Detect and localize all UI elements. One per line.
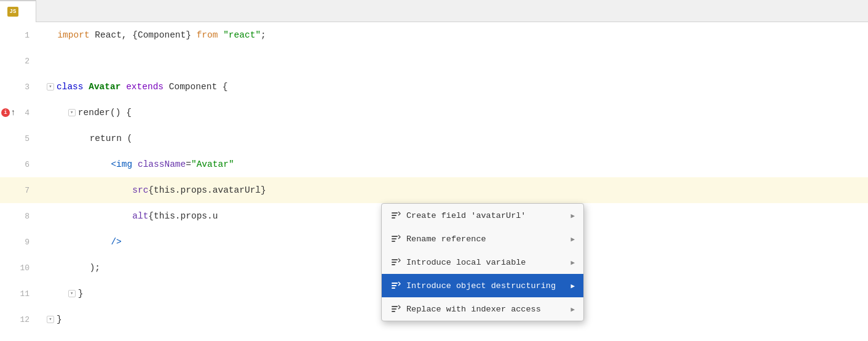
line-number-9: 9 <box>0 229 34 255</box>
code-token: render() { <box>78 100 132 126</box>
code-token: "Avatar" <box>191 151 234 177</box>
svg-rect-11 <box>392 287 395 289</box>
svg-rect-10 <box>392 285 397 286</box>
menu-item-label-2: Introduce local variable <box>406 258 566 267</box>
fold-indicator[interactable]: ▾ <box>68 290 76 297</box>
code-token: extends <box>126 74 169 100</box>
replace-icon <box>390 304 401 314</box>
svg-rect-3 <box>392 236 398 237</box>
menu-item-label-3: Introduce object destructuring <box>406 281 566 291</box>
code-line-5: return ( <box>34 126 868 151</box>
fold-indicator[interactable]: ▾ <box>47 316 54 323</box>
svg-rect-7 <box>392 262 397 263</box>
code-line-1: import React, {Component} from "react"; <box>34 22 868 48</box>
menu-item-label-1: Rename reference <box>406 235 566 244</box>
svg-rect-6 <box>392 259 398 260</box>
code-token: <img <box>111 151 138 177</box>
code-token: alt <box>132 203 148 229</box>
localvar-icon <box>390 257 401 267</box>
line-numbers-gutter: 123i↑456789101112 <box>0 22 34 341</box>
code-token: "react" <box>223 22 261 48</box>
rename-icon <box>390 234 401 244</box>
line-number-8: 8 <box>0 203 34 229</box>
menu-submenu-arrow-icon-4: ▶ <box>570 305 575 313</box>
code-token: src <box>132 177 148 203</box>
line-number-10: 10 <box>0 255 34 281</box>
code-token: {this.props.avatarUrl} <box>148 177 266 203</box>
code-line-2 <box>34 48 868 74</box>
context-menu-item-3[interactable]: Introduce object destructuring▶ <box>382 274 583 297</box>
line-number-7: 7 <box>0 177 34 203</box>
svg-rect-1 <box>392 215 397 216</box>
code-token: {this.props.u <box>148 203 218 229</box>
svg-rect-8 <box>392 264 395 265</box>
code-token: class <box>57 74 89 100</box>
fold-indicator[interactable]: ▾ <box>68 109 76 116</box>
menu-submenu-arrow-icon-0: ▶ <box>570 212 575 220</box>
svg-rect-9 <box>392 283 398 284</box>
editor: 123i↑456789101112 import React, {Compone… <box>0 22 868 341</box>
line-number-3: 3 <box>0 74 34 100</box>
code-token: import <box>57 22 95 48</box>
menu-submenu-arrow-icon-3: ▶ <box>570 282 575 290</box>
context-menu-item-0[interactable]: Create field 'avatarUrl'▶ <box>382 204 583 227</box>
code-token: Component { <box>169 74 228 100</box>
code-token: ); <box>90 255 100 281</box>
svg-rect-14 <box>392 311 395 312</box>
code-token: ; <box>261 22 266 48</box>
tab-avatar-js[interactable]: JS <box>0 0 36 22</box>
line-number-2: 2 <box>0 48 34 74</box>
code-token: = <box>186 151 191 177</box>
code-token: className <box>138 151 186 177</box>
code-token: } <box>78 281 84 307</box>
svg-rect-13 <box>392 308 397 310</box>
line-number-4: i↑4 <box>0 100 34 126</box>
code-token: return ( <box>90 126 133 151</box>
breakpoint-icon[interactable]: i <box>1 108 10 117</box>
code-token: React, {Component} <box>95 22 196 48</box>
code-token: from <box>197 22 224 48</box>
menu-item-label-4: Replace with indexer access <box>406 305 566 314</box>
menu-submenu-arrow-icon-2: ▶ <box>570 259 575 267</box>
code-line-6: <img className="Avatar" <box>34 151 868 177</box>
code-line-7: src{this.props.avatarUrl} <box>34 177 868 203</box>
svg-rect-0 <box>392 212 398 214</box>
destructure-icon <box>390 281 401 291</box>
context-menu-item-4[interactable]: Replace with indexer access▶ <box>382 297 583 321</box>
menu-item-label-0: Create field 'avatarUrl' <box>406 211 566 220</box>
context-menu: Create field 'avatarUrl'▶ Rename referen… <box>381 203 584 321</box>
code-line-4: ▾render() { <box>34 100 868 126</box>
context-menu-item-1[interactable]: Rename reference▶ <box>382 227 583 251</box>
line-number-11: 11 <box>0 281 34 307</box>
svg-rect-12 <box>392 306 398 307</box>
js-file-icon: JS <box>7 7 18 17</box>
fold-indicator[interactable]: ▾ <box>47 83 54 90</box>
line-number-5: 5 <box>0 126 34 151</box>
context-menu-item-2[interactable]: Introduce local variable▶ <box>382 251 583 274</box>
line-number-12: 12 <box>0 307 34 332</box>
menu-submenu-arrow-icon-1: ▶ <box>570 235 575 243</box>
code-token: } <box>57 307 62 332</box>
line-number-1: 1 <box>0 22 34 48</box>
code-token: /> <box>111 229 121 255</box>
code-token: Avatar <box>89 74 126 100</box>
svg-rect-2 <box>392 217 395 219</box>
svg-rect-5 <box>392 241 395 242</box>
line-number-6: 6 <box>0 151 34 177</box>
execution-arrow-icon: ↑ <box>10 108 15 118</box>
tab-bar: JS <box>0 0 868 22</box>
svg-rect-4 <box>392 238 397 239</box>
refactor-icon <box>390 211 401 220</box>
code-line-3: ▾class Avatar extends Component { <box>34 74 868 100</box>
